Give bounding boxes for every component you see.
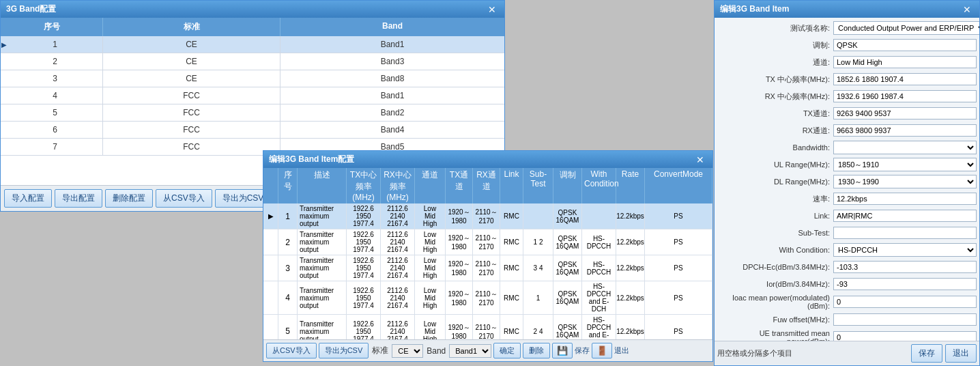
footer-btn[interactable]: 从CSV导入 [156, 189, 212, 208]
mid-row-indicator [263, 315, 278, 339]
mid-table-row[interactable]: 3 Transmitter maximum output 1922.619501… [263, 255, 712, 281]
mid-row-subtest [523, 203, 553, 229]
form-input-6[interactable] [833, 124, 977, 137]
mid-row-subtest: 2 4 [523, 315, 553, 339]
mid-row-convert: PS [645, 229, 712, 255]
band-table-row[interactable]: 2 CE Band3 [1, 53, 504, 70]
mid-row-txch: 1920～1980 [446, 203, 473, 229]
mid-import-csv[interactable]: 从CSV导入 [266, 343, 317, 358]
form-label: Ioac mean power(modulated)(dBm): [717, 294, 833, 310]
mid-confirm-btn[interactable]: 确定 [493, 343, 521, 358]
footer-btn[interactable]: 删除配置 [105, 189, 153, 208]
mid-table-row[interactable]: ▶ 1 Transmitter maximum output 1922.6195… [263, 203, 712, 229]
form-input-5[interactable] [833, 107, 977, 119]
mid-row-seq: 3 [278, 255, 298, 281]
form-input-1[interactable] [833, 39, 977, 51]
form-row: Ior(dBm/3.84MHz): [717, 277, 977, 292]
mid-row-mode: QPSK16QAM [553, 281, 582, 314]
mid-row-subtest: 1 [523, 281, 553, 314]
row-std: FCC [103, 104, 280, 121]
form-row: UE transmitted mean power(dBm): [717, 329, 977, 341]
mid-row-ch: LowMidHigh [415, 315, 446, 339]
mid-footer: 从CSV导入 导出为CSV 标准 CE Band Band1 确定 删除 💾 保… [263, 339, 712, 361]
right-exit-button[interactable]: 退出 [945, 344, 977, 363]
form-input-3[interactable] [833, 73, 977, 85]
mid-save-label: 保存 [575, 346, 590, 356]
form-select-7[interactable] [833, 141, 977, 154]
mid-std-select[interactable]: CE [392, 344, 423, 358]
mid-row-desc: Transmitter maximum output [298, 255, 347, 281]
mid-row-tx: 1922.619501977.4 [347, 281, 381, 314]
mid-col-seq: 序号 [278, 168, 298, 203]
form-input-16[interactable] [833, 296, 977, 308]
form-input-18[interactable] [833, 331, 977, 341]
mid-save-icon[interactable]: 💾 [552, 343, 573, 358]
mid-table-row[interactable]: 5 Transmitter maximum output 1922.619501… [263, 315, 712, 339]
form-input-12[interactable] [833, 227, 977, 239]
mid-row-with: HS-DPCCH [582, 255, 616, 281]
form-row: RX通道: [717, 123, 977, 138]
mid-row-rate: 12.2kbps [616, 203, 645, 229]
mid-row-subtest: 3 4 [523, 255, 553, 281]
mid-row-desc: Transmitter maximum output [298, 203, 347, 229]
mid-col-txch: TX通道 [446, 168, 473, 203]
form-row: RX 中心频率(MHz): [717, 89, 977, 104]
mid-row-tx: 1922.619501977.4 [347, 203, 381, 229]
mid-col-desc: 描述 [298, 168, 347, 203]
row-std: CE [103, 70, 280, 87]
band-table-row[interactable]: 5 FCC Band2 [1, 104, 504, 122]
form-select-9[interactable]: 1930～1990 [833, 175, 977, 188]
form-input-11[interactable] [833, 210, 977, 222]
form-label: 测试项名称: [717, 23, 833, 33]
mid-col-convert: ConvertMode [645, 168, 712, 203]
close-button[interactable]: ✕ [485, 4, 499, 15]
form-input-10[interactable] [833, 193, 977, 205]
form-input-14[interactable] [833, 261, 977, 273]
mid-export-csv[interactable]: 导出为CSV [319, 343, 369, 358]
form-row: DL Range(MHz):1930～1990 [717, 174, 977, 189]
row-band: Band4 [280, 122, 504, 138]
band-table-row[interactable]: 3 CE Band8 [1, 70, 504, 87]
band-table-row[interactable]: 4 FCC Band1 [1, 87, 504, 104]
row-band: Band1 [280, 36, 504, 53]
row-band: Band3 [280, 53, 504, 70]
band-table-row[interactable]: ▶ 1 CE Band1 [1, 36, 504, 53]
mid-band-select[interactable]: Band1 [449, 344, 491, 358]
mid-col-tx: TX中心频率(MHz) [347, 168, 381, 203]
footer-btn[interactable]: 导入配置 [4, 189, 52, 208]
form-input-17[interactable] [833, 313, 977, 326]
form-input-4[interactable] [833, 90, 977, 102]
mid-close-button[interactable]: ✕ [693, 154, 707, 165]
mid-table-row[interactable]: 2 Transmitter maximum output 1922.619501… [263, 229, 712, 255]
form-select-8[interactable]: 1850～1910 [833, 158, 977, 171]
mid-row-rate: 12.2kbps [616, 315, 645, 339]
form-input-15[interactable] [833, 278, 977, 290]
mid-table-body: ▶ 1 Transmitter maximum output 1922.6195… [263, 203, 712, 339]
mid-table-row[interactable]: 4 Transmitter maximum output 1922.619501… [263, 281, 712, 315]
right-close-button[interactable]: ✕ [960, 4, 974, 15]
right-save-button[interactable]: 保存 [911, 344, 942, 363]
form-row: DPCH-Ec(dBm/3.84MHz): [717, 259, 977, 274]
mid-delete-btn[interactable]: 删除 [523, 343, 550, 358]
mid-row-tx: 1922.619501977.4 [347, 315, 381, 339]
band-table-row[interactable]: 6 FCC Band4 [1, 122, 504, 139]
row-seq: 5 [8, 104, 103, 121]
mid-exit-icon[interactable]: 🚪 [592, 343, 612, 358]
form-select-13[interactable]: HS-DPCCH [833, 243, 977, 257]
mid-row-ch: LowMidHigh [415, 203, 446, 229]
mid-row-rxch: 2110～2170 [473, 203, 500, 229]
row-seq: 1 [8, 36, 103, 53]
row-std: CE [103, 53, 280, 70]
form-select-0[interactable]: Conducted Output Power and ERP/EIRP [833, 21, 979, 35]
form-label: UE transmitted mean power(dBm): [717, 329, 833, 341]
form-row: 通道: [717, 55, 977, 70]
footer-btn[interactable]: 导出配置 [55, 189, 102, 208]
right-footer-buttons: 保存 退出 [911, 344, 977, 363]
mid-col-rxch: RX通道 [473, 168, 500, 203]
mid-row-link: RMC [500, 203, 523, 229]
form-row: 调制: [717, 38, 977, 53]
row-band: Band2 [280, 104, 504, 121]
form-label: Sub-Test: [717, 229, 833, 237]
mid-col-mode: 调制 [553, 168, 582, 203]
form-input-2[interactable] [833, 56, 977, 68]
